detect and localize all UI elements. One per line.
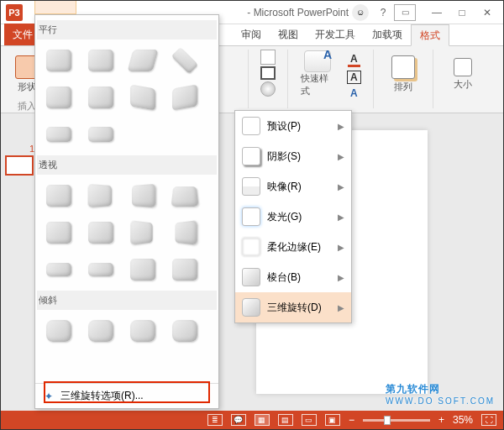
text-outline-icon[interactable]: A — [347, 71, 361, 84]
zoom-level[interactable]: 35% — [453, 414, 473, 426]
fx-preset[interactable]: 预设(P)▶ — [235, 111, 351, 141]
shape-outline-swatch[interactable] — [260, 66, 276, 80]
perspective-preset[interactable] — [124, 254, 161, 286]
no-rotation-preset-hover — [34, 0, 76, 14]
view-sorter-button[interactable]: ▤ — [278, 414, 293, 426]
close-button[interactable]: ✕ — [476, 4, 498, 21]
text-fill-icon[interactable]: A — [348, 53, 360, 67]
parallel-preset[interactable] — [82, 81, 119, 113]
perspective-preset[interactable] — [166, 180, 203, 212]
zoom-slider[interactable] — [363, 419, 430, 422]
tab-developer[interactable]: 开发工具 — [307, 24, 364, 45]
notes-button[interactable]: ≣ — [207, 414, 223, 426]
tab-view[interactable]: 视图 — [270, 24, 307, 45]
slide-number: 1 — [1, 144, 38, 154]
watermark: 第九软件网 WWW.DO SOFT.COM — [386, 380, 495, 406]
fit-window-button[interactable]: ⛶ — [481, 414, 496, 426]
quick-styles-icon — [304, 50, 331, 72]
perspective-preset[interactable] — [82, 254, 119, 286]
perspective-preset[interactable] — [166, 217, 203, 249]
parallel-preset[interactable] — [166, 81, 203, 113]
parallel-preset[interactable] — [82, 45, 119, 76]
parallel-preset[interactable] — [40, 45, 77, 76]
size-button[interactable]: 大小 — [445, 50, 480, 98]
maximize-button[interactable]: □ — [451, 4, 473, 21]
help-button[interactable]: ? — [372, 4, 394, 21]
view-slideshow-button[interactable]: ▣ — [325, 414, 340, 426]
zoom-out-button[interactable]: − — [349, 414, 354, 426]
account-face-icon[interactable]: ☺ — [352, 4, 369, 21]
app-title: - Microsoft PowerPoint — [247, 7, 349, 18]
parallel-preset[interactable] — [166, 45, 203, 76]
shape-fill-swatch[interactable] — [260, 50, 276, 65]
fx-reflection[interactable]: 映像(R)▶ — [235, 171, 351, 202]
status-bar: ≣ 💬 ▦ ▤ ▭ ▣ − + 35% ⛶ — [1, 411, 503, 429]
parallel-preset[interactable] — [82, 118, 119, 150]
minimize-button[interactable]: — — [426, 4, 448, 21]
view-reading-button[interactable]: ▭ — [302, 414, 317, 426]
gallery-section-oblique: 倾斜 — [37, 291, 217, 310]
shape-effects-button[interactable] — [260, 81, 276, 97]
fx-bevel[interactable]: 棱台(B)▶ — [235, 262, 351, 292]
arrange-button[interactable]: 排列 — [386, 50, 421, 98]
perspective-preset[interactable] — [82, 180, 119, 212]
oblique-preset[interactable] — [124, 315, 161, 347]
gallery-section-perspective: 透视 — [37, 155, 217, 175]
perspective-preset[interactable] — [124, 217, 161, 249]
gallery-section-parallel: 平行 — [37, 20, 217, 39]
tab-format[interactable]: 格式 — [411, 24, 449, 46]
parallel-preset[interactable] — [40, 118, 77, 150]
parallel-preset[interactable] — [124, 81, 161, 113]
perspective-preset[interactable] — [40, 217, 77, 249]
oblique-preset[interactable] — [40, 315, 77, 347]
shapes-label: 形状 — [18, 81, 36, 93]
view-normal-button[interactable]: ▦ — [255, 414, 270, 426]
ribbon-options-button[interactable]: ▭ — [394, 4, 416, 21]
fx-3d-rotation[interactable]: 三维旋转(D)▶ — [235, 292, 351, 322]
slide-thumbnail[interactable] — [5, 155, 34, 176]
perspective-preset[interactable] — [82, 217, 119, 249]
insert-group-label: 插入 — [18, 100, 36, 113]
oblique-preset[interactable] — [166, 315, 203, 347]
rotation-options-label: 三维旋转选项(R)... — [60, 389, 144, 403]
app-icon: P3 — [6, 4, 23, 21]
comments-button[interactable]: 💬 — [231, 414, 246, 426]
shape-effects-menu: 预设(P)▶ 阴影(S)▶ 映像(R)▶ 发光(G)▶ 柔化边缘(E)▶ 棱台(… — [234, 110, 352, 323]
rotation-gallery: 平行 透视 倾斜 — [34, 14, 219, 409]
text-effects-icon[interactable]: A — [348, 87, 360, 99]
rotation-options-item[interactable]: ✦ 三维旋转选项(R)... — [35, 383, 218, 408]
perspective-preset[interactable] — [40, 254, 77, 286]
tab-review[interactable]: 审阅 — [233, 24, 270, 45]
fx-glow[interactable]: 发光(G)▶ — [235, 202, 351, 232]
perspective-preset[interactable] — [124, 180, 161, 212]
oblique-preset[interactable] — [82, 315, 119, 347]
quick-styles-button[interactable]: 快速样式 — [300, 50, 335, 98]
tab-addins[interactable]: 加载项 — [364, 24, 411, 45]
perspective-preset[interactable] — [166, 254, 203, 286]
perspective-preset[interactable] — [40, 180, 77, 212]
parallel-preset[interactable] — [40, 81, 77, 113]
rotation-options-icon: ✦ — [42, 390, 55, 403]
fx-softedge[interactable]: 柔化边缘(E)▶ — [235, 232, 351, 262]
parallel-preset[interactable] — [124, 45, 161, 76]
zoom-in-button[interactable]: + — [438, 414, 444, 426]
fx-shadow[interactable]: 阴影(S)▶ — [235, 141, 351, 171]
